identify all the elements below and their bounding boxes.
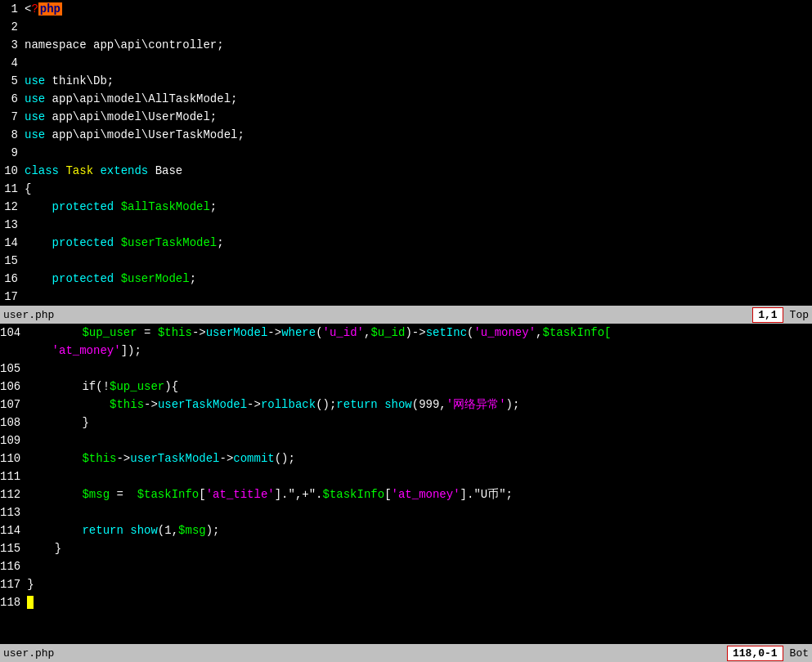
top-code-section: 1<?php23namespace app\api\controller;45u… (0, 0, 812, 306)
code-line: 114 return show(1,$msg); (0, 521, 812, 539)
line-content: use app\api\model\UserModel; (25, 108, 812, 126)
line-content (27, 593, 812, 611)
line-content: protected $userModel; (25, 270, 812, 288)
line-number: 16 (0, 270, 25, 288)
line-number: 7 (0, 108, 25, 126)
bottom-position: 118,0-1 (727, 646, 783, 661)
code-line: 12 protected $allTaskModel; (0, 198, 812, 216)
line-content: $up_user = $this->userModel->where('u_id… (27, 324, 812, 342)
line-number: 110 (0, 450, 27, 467)
code-line: 110 $this->userTaskModel->commit(); (0, 450, 812, 467)
line-number: 17 (0, 288, 25, 306)
code-line: 9 (0, 144, 812, 162)
code-line: 106 if(!$up_user){ (0, 378, 812, 396)
line-content: } (27, 575, 812, 593)
bottom-status-bar: user.php118,0-1Bot (0, 644, 812, 662)
bottom-label: Bot (790, 647, 809, 660)
line-content: <?php (25, 0, 812, 18)
code-line: 105 (0, 360, 812, 378)
line-content: $this->userTaskModel->commit(); (27, 450, 812, 467)
line-number: 9 (0, 144, 25, 162)
code-line: 14 protected $userTaskModel; (0, 234, 812, 252)
code-line: 108 } (0, 414, 812, 432)
line-content: use think\Db; (25, 72, 812, 90)
line-number: 109 (0, 432, 27, 450)
line-content: use app\api\model\AllTaskModel; (25, 90, 812, 108)
line-number: 5 (0, 72, 25, 90)
line-number: 113 (0, 503, 27, 521)
code-line: 112 $msg = $taskInfo['at_title'].",+".$t… (0, 485, 812, 503)
line-number: 14 (0, 234, 25, 252)
line-content: namespace app\api\controller; (25, 36, 812, 54)
line-number: 15 (0, 252, 25, 270)
code-line: 3namespace app\api\controller; (0, 36, 812, 54)
line-number: 2 (0, 18, 25, 36)
code-line: 11{ (0, 180, 812, 198)
code-line: 5use think\Db; (0, 72, 812, 90)
line-number: 115 (0, 539, 27, 557)
bottom-code-section: 104 $up_user = $this->userModel->where('… (0, 324, 812, 644)
line-content: protected $allTaskModel; (25, 198, 812, 216)
line-number: 116 (0, 557, 27, 575)
line-number: 107 (0, 396, 27, 414)
top-position: 1,1 (752, 307, 783, 323)
line-content: } (27, 539, 812, 557)
line-number: 13 (0, 216, 25, 234)
line-content: $this->userTaskModel->rollback();return … (27, 396, 812, 414)
line-number: 11 (0, 180, 25, 198)
line-content: if(!$up_user){ (27, 378, 812, 396)
code-line: 6use app\api\model\AllTaskModel; (0, 90, 812, 108)
code-line: 13 (0, 216, 812, 234)
code-line: 117} (0, 575, 812, 593)
editor: 1<?php23namespace app\api\controller;45u… (0, 0, 812, 662)
code-line: 115 } (0, 539, 812, 557)
code-line: 111 (0, 467, 812, 485)
line-number: 105 (0, 360, 27, 378)
line-number: 108 (0, 414, 27, 432)
line-number: 104 (0, 324, 27, 342)
line-number: 6 (0, 90, 25, 108)
bottom-filename: user.php (3, 647, 727, 660)
line-number: 4 (0, 54, 25, 72)
line-content: } (27, 414, 812, 432)
code-line: 109 (0, 432, 812, 450)
code-line: 107 $this->userTaskModel->rollback();ret… (0, 396, 812, 414)
line-number: 111 (0, 467, 27, 485)
code-line: 16 protected $userModel; (0, 270, 812, 288)
code-line: 10class Task extends Base (0, 162, 812, 180)
cursor (27, 596, 34, 609)
line-number: 117 (0, 575, 27, 593)
code-line: 'at_money']); (0, 342, 812, 360)
line-content: 'at_money']); (25, 342, 812, 360)
top-filename: user.php (3, 309, 752, 321)
code-line: 17 (0, 288, 812, 306)
top-status-bar: user.php1,1Top (0, 306, 812, 324)
line-content: return show(1,$msg); (27, 521, 812, 539)
line-content: $msg = $taskInfo['at_title'].",+".$taskI… (27, 485, 812, 503)
line-number: 10 (0, 162, 25, 180)
line-number: 118 (0, 593, 27, 611)
code-line: 116 (0, 557, 812, 575)
line-number: 1 (0, 0, 25, 18)
line-content: { (25, 180, 812, 198)
code-line: 1<?php (0, 0, 812, 18)
line-number: 112 (0, 485, 27, 503)
code-line: 7use app\api\model\UserModel; (0, 108, 812, 126)
line-number: 114 (0, 521, 27, 539)
code-line: 113 (0, 503, 812, 521)
line-content: class Task extends Base (25, 162, 812, 180)
code-line: 4 (0, 54, 812, 72)
code-line: 118 (0, 593, 812, 611)
top-label: Top (790, 309, 809, 321)
line-content: use app\api\model\UserTaskModel; (25, 126, 812, 144)
code-line: 8use app\api\model\UserTaskModel; (0, 126, 812, 144)
line-number: 8 (0, 126, 25, 144)
code-line: 15 (0, 252, 812, 270)
code-line: 104 $up_user = $this->userModel->where('… (0, 324, 812, 342)
line-number: 106 (0, 378, 27, 396)
line-content: protected $userTaskModel; (25, 234, 812, 252)
code-line: 2 (0, 18, 812, 36)
line-number: 12 (0, 198, 25, 216)
line-number: 3 (0, 36, 25, 54)
